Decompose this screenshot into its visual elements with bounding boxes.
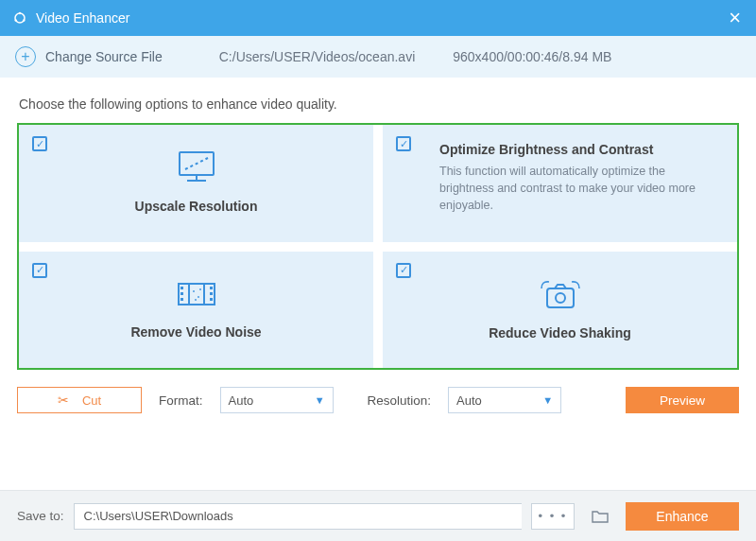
svg-rect-8 bbox=[179, 284, 215, 305]
svg-rect-11 bbox=[180, 287, 183, 289]
add-source-icon[interactable]: + bbox=[15, 46, 36, 67]
svg-rect-16 bbox=[210, 298, 213, 301]
format-label: Format: bbox=[159, 393, 203, 408]
scissors-icon: ✂ bbox=[58, 393, 69, 408]
svg-rect-14 bbox=[210, 287, 213, 289]
camera-shake-icon bbox=[534, 275, 587, 316]
filmstrip-icon bbox=[173, 276, 220, 315]
cut-button[interactable]: ✂ Cut bbox=[17, 387, 142, 413]
checkbox-upscale[interactable]: ✓ bbox=[32, 136, 47, 151]
app-title: Video Enhancer bbox=[36, 10, 725, 26]
source-info: 960x400/00:00:46/8.94 MB bbox=[453, 49, 611, 64]
monitor-icon bbox=[174, 148, 219, 189]
option-title: Optimize Brightness and Contrast bbox=[439, 142, 720, 157]
option-upscale-resolution[interactable]: ✓ Upscale Resolution bbox=[19, 125, 373, 242]
svg-point-17 bbox=[193, 290, 195, 292]
enhance-label: Enhance bbox=[656, 509, 708, 524]
preview-button[interactable]: Preview bbox=[626, 387, 739, 413]
resolution-label: Resolution: bbox=[368, 393, 432, 408]
save-path-input[interactable]: C:\Users\USER\Downloads bbox=[74, 503, 522, 530]
options-grid: ✓ Upscale Resolution ✓ Optimize Brightne… bbox=[17, 123, 739, 370]
option-remove-noise[interactable]: ✓ Remove Video Noise bbox=[19, 252, 373, 369]
preview-label: Preview bbox=[660, 393, 705, 408]
svg-rect-13 bbox=[180, 298, 183, 301]
svg-line-5 bbox=[185, 158, 208, 169]
format-value: Auto bbox=[229, 393, 254, 408]
svg-point-1 bbox=[19, 12, 21, 14]
checkbox-noise[interactable]: ✓ bbox=[32, 263, 47, 278]
format-select[interactable]: Auto ▼ bbox=[220, 387, 334, 413]
option-title: Remove Video Noise bbox=[130, 324, 261, 340]
save-to-label: Save to: bbox=[17, 509, 64, 523]
svg-point-22 bbox=[556, 293, 565, 303]
svg-point-20 bbox=[195, 299, 197, 301]
svg-rect-15 bbox=[210, 292, 213, 295]
controls-row: ✂ Cut Format: Auto ▼ Resolution: Auto ▼ … bbox=[0, 370, 756, 413]
enhance-button[interactable]: Enhance bbox=[626, 502, 739, 531]
close-icon[interactable]: × bbox=[725, 6, 745, 30]
svg-point-0 bbox=[15, 13, 25, 23]
option-title: Reduce Video Shaking bbox=[489, 325, 631, 340]
checkbox-brightness[interactable]: ✓ bbox=[396, 136, 411, 151]
source-bar: + Change Source File C:/Users/USER/Video… bbox=[0, 36, 756, 78]
browse-button[interactable]: • • • bbox=[531, 503, 575, 530]
svg-point-18 bbox=[198, 296, 199, 298]
folder-icon bbox=[591, 509, 610, 524]
svg-point-19 bbox=[199, 288, 201, 290]
app-icon bbox=[11, 9, 28, 26]
resolution-select[interactable]: Auto ▼ bbox=[448, 387, 561, 413]
save-path-text: C:\Users\USER\Downloads bbox=[84, 509, 233, 523]
option-brightness-contrast[interactable]: ✓ Optimize Brightness and Contrast This … bbox=[383, 125, 737, 242]
svg-rect-21 bbox=[547, 288, 574, 307]
option-title: Upscale Resolution bbox=[135, 199, 258, 214]
resolution-value: Auto bbox=[456, 393, 482, 408]
open-folder-button[interactable] bbox=[584, 503, 616, 530]
chevron-down-icon: ▼ bbox=[542, 394, 553, 406]
cut-label: Cut bbox=[82, 393, 101, 408]
svg-rect-12 bbox=[180, 292, 183, 295]
instruction-text: Choose the following options to enhance … bbox=[0, 78, 756, 123]
chevron-down-icon: ▼ bbox=[315, 394, 325, 406]
option-reduce-shaking[interactable]: ✓ Reduce Video Shaking bbox=[383, 252, 737, 369]
svg-point-3 bbox=[15, 19, 17, 21]
source-path: C:/Users/USER/Videos/ocean.avi bbox=[219, 49, 416, 64]
svg-point-2 bbox=[23, 19, 25, 21]
bottom-bar: Save to: C:\Users\USER\Downloads • • • E… bbox=[0, 490, 756, 541]
change-source-button[interactable]: Change Source File bbox=[45, 49, 163, 64]
checkbox-shaking[interactable]: ✓ bbox=[396, 263, 411, 278]
titlebar: Video Enhancer × bbox=[0, 0, 756, 36]
option-description: This function will automatically optimiz… bbox=[439, 163, 720, 214]
